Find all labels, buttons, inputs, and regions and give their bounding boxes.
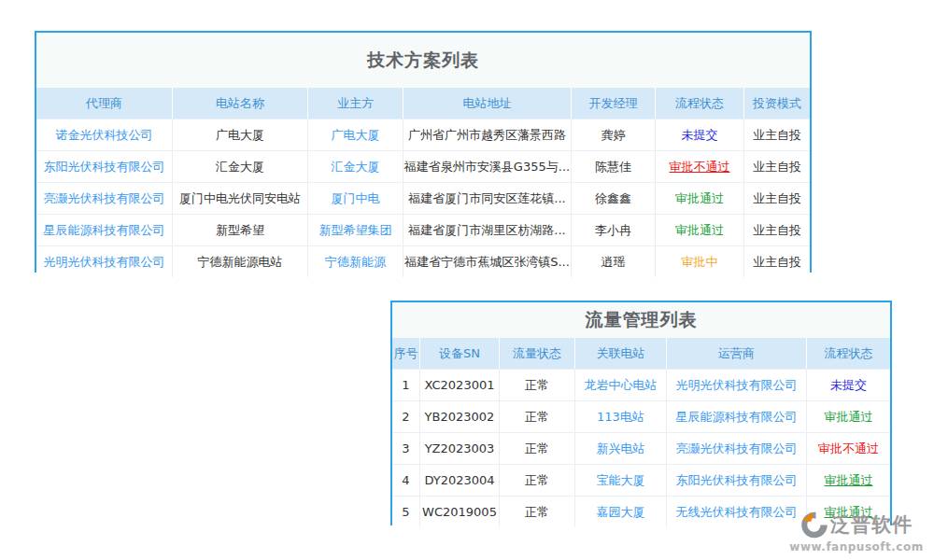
row-index: 1: [392, 370, 420, 400]
flow-status[interactable]: 审批通过: [807, 465, 890, 496]
table-row: 4 DY2023004 正常 宝能大厦 东阳光伏科技有限公司 审批通过: [392, 464, 890, 496]
row-index: 4: [392, 465, 420, 496]
col-header-owner: 业主方: [308, 88, 403, 119]
fanpu-url-link[interactable]: www.fanpusoft.com: [786, 541, 927, 553]
station-address: 福建省厦门市湖里区枋湖路...: [403, 215, 572, 245]
flow-state: 正常: [500, 465, 575, 496]
col-header-flow-status: 流程状态: [807, 338, 890, 369]
flow-status[interactable]: 审批中: [656, 246, 744, 277]
tech-plan-header-row: 代理商 电站名称 业主方 电站地址 开发经理 流程状态 投资模式: [36, 88, 810, 119]
dev-manager: 李小冉: [572, 215, 656, 245]
flow-state: 正常: [500, 497, 575, 527]
owner-link[interactable]: 厦门中电: [308, 183, 403, 214]
station-address: 广州省广州市越秀区藩景西路: [403, 119, 572, 150]
owner-link[interactable]: 广电大厦: [308, 119, 403, 150]
invest-mode: 业主自投: [744, 183, 810, 214]
flow-state: 正常: [500, 370, 575, 400]
flow-status[interactable]: 审批通过: [656, 183, 744, 214]
invest-mode: 业主自投: [744, 151, 810, 182]
owner-link[interactable]: 新型希望集团: [308, 215, 403, 245]
device-sn: DY2023004: [420, 465, 500, 496]
linked-station-link[interactable]: 新兴电站: [575, 433, 667, 464]
agent-link[interactable]: 东阳光伏科技有限公司: [36, 151, 173, 182]
flow-status[interactable]: 审批通过: [807, 401, 890, 432]
linked-station-link[interactable]: 宝能大厦: [575, 465, 667, 496]
table-row: 光明光伏科技有限公司 宁德新能源电站 宁德新能源 福建省宁德市蕉城区张湾镇S..…: [36, 245, 810, 277]
dev-manager: 龚婷: [572, 119, 656, 150]
table-row: 亮灏光伏科技有限公司 厦门中电光伏同安电站 厦门中电 福建省厦门市同安区莲花镇.…: [36, 182, 810, 214]
fanpu-watermark: 泛普软件 www.fanpusoft.com: [786, 511, 927, 553]
flow-status[interactable]: 审批不通过: [807, 433, 890, 464]
agent-link[interactable]: 诺金光伏科技公司: [36, 119, 173, 150]
operator-link[interactable]: 东阳光伏科技有限公司: [667, 465, 807, 496]
station-name: 汇金大厦: [173, 151, 308, 182]
flow-header-row: 序号 设备SN 流量状态 关联电站 运营商 流程状态: [392, 338, 890, 369]
device-sn: YB2023002: [420, 401, 500, 432]
col-header-station-address: 电站地址: [403, 88, 572, 119]
flow-state: 正常: [500, 433, 575, 464]
station-name: 厦门中电光伏同安电站: [173, 183, 308, 214]
tech-plan-title: 技术方案列表: [36, 33, 810, 88]
owner-link[interactable]: 宁德新能源: [308, 246, 403, 277]
flow-status[interactable]: 未提交: [656, 119, 744, 150]
table-row: 3 YZ2023003 正常 新兴电站 亮灏光伏科技有限公司 审批不通过: [392, 432, 890, 464]
station-address: 福建省厦门市同安区莲花镇...: [403, 183, 572, 214]
operator-link[interactable]: 星辰能源科技有限公司: [667, 401, 807, 432]
table-row: 星辰能源科技有限公司 新型希望 新型希望集团 福建省厦门市湖里区枋湖路... 李…: [36, 214, 810, 245]
invest-mode: 业主自投: [744, 215, 810, 245]
flow-status[interactable]: 审批不通过: [656, 151, 744, 182]
device-sn: XC2023001: [420, 370, 500, 400]
agent-link[interactable]: 星辰能源科技有限公司: [36, 215, 173, 245]
col-header-station-name: 电站名称: [173, 88, 308, 119]
station-name: 新型希望: [173, 215, 308, 245]
col-header-agent: 代理商: [36, 88, 173, 119]
table-row: 2 YB2023002 正常 113电站 星辰能源科技有限公司 审批通过: [392, 400, 890, 432]
table-row: 1 XC2023001 正常 龙岩中心电站 光明光伏科技有限公司 未提交: [392, 369, 890, 400]
operator-link[interactable]: 亮灏光伏科技有限公司: [667, 433, 807, 464]
linked-station-link[interactable]: 嘉园大厦: [575, 497, 667, 527]
col-header-operator: 运营商: [667, 338, 807, 369]
dev-manager: 逍瑶: [572, 246, 656, 277]
flow-management-panel: 流量管理列表 序号 设备SN 流量状态 关联电站 运营商 流程状态 1 XC20…: [390, 301, 892, 525]
col-header-dev-manager: 开发经理: [572, 88, 656, 119]
device-sn: WC2019005: [420, 497, 500, 527]
invest-mode: 业主自投: [744, 119, 810, 150]
row-index: 3: [392, 433, 420, 464]
flow-management-title: 流量管理列表: [392, 302, 890, 338]
col-header-flow-state: 流量状态: [500, 338, 575, 369]
col-header-flow-status: 流程状态: [656, 88, 744, 119]
flow-status[interactable]: 未提交: [807, 370, 890, 400]
col-header-linked-station: 关联电站: [575, 338, 667, 369]
table-row: 诺金光伏科技公司 广电大厦 广电大厦 广州省广州市越秀区藩景西路 龚婷 未提交 …: [36, 119, 810, 150]
dev-manager: 陈慧佳: [572, 151, 656, 182]
station-address: 福建省宁德市蕉城区张湾镇S...: [403, 246, 572, 277]
dev-manager: 徐鑫鑫: [572, 183, 656, 214]
agent-link[interactable]: 光明光伏科技有限公司: [36, 246, 173, 277]
operator-link[interactable]: 光明光伏科技有限公司: [667, 370, 807, 400]
col-header-device-sn: 设备SN: [420, 338, 500, 369]
row-index: 2: [392, 401, 420, 432]
fanpu-logo-icon: [800, 511, 828, 539]
tech-plan-panel: 技术方案列表 代理商 电站名称 业主方 电站地址 开发经理 流程状态 投资模式 …: [35, 31, 812, 273]
station-address: 福建省泉州市安溪县G355与...: [403, 151, 572, 182]
linked-station-link[interactable]: 龙岩中心电站: [575, 370, 667, 400]
fanpu-brand-text: 泛普软件: [830, 515, 913, 535]
station-name: 广电大厦: [173, 119, 308, 150]
agent-link[interactable]: 亮灏光伏科技有限公司: [36, 183, 173, 214]
flow-state: 正常: [500, 401, 575, 432]
col-header-invest-mode: 投资模式: [744, 88, 810, 119]
owner-link[interactable]: 汇金大厦: [308, 151, 403, 182]
flow-status[interactable]: 审批通过: [656, 215, 744, 245]
table-row: 东阳光伏科技有限公司 汇金大厦 汇金大厦 福建省泉州市安溪县G355与... 陈…: [36, 150, 810, 182]
row-index: 5: [392, 497, 420, 527]
station-name: 宁德新能源电站: [173, 246, 308, 277]
device-sn: YZ2023003: [420, 433, 500, 464]
col-header-index: 序号: [392, 338, 420, 369]
invest-mode: 业主自投: [744, 246, 810, 277]
linked-station-link[interactable]: 113电站: [575, 401, 667, 432]
